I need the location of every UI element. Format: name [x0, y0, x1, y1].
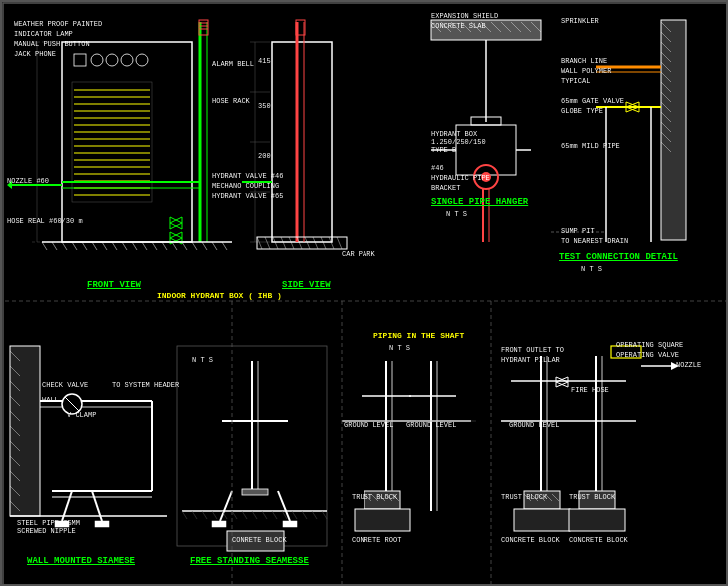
label-op-valve: OPERATING VALVE: [616, 351, 679, 359]
svg-line-48: [102, 242, 107, 250]
drawing-canvas: WEATHER PROOF PAINTED INDICATOR LAMP MAN…: [0, 0, 728, 586]
svg-line-80: [313, 237, 318, 249]
svg-rect-159: [242, 489, 268, 495]
label-ground-level-l: GROUND LEVEL: [344, 421, 393, 429]
label-sprinkler: SPRINKLER: [561, 17, 599, 25]
svg-rect-72: [257, 237, 347, 249]
label-car-park: CAR PARK: [342, 250, 375, 258]
label-type-b: TYPE B: [431, 146, 456, 154]
svg-line-50: [122, 242, 127, 250]
svg-line-165: [212, 511, 217, 519]
svg-line-51: [132, 242, 137, 250]
label-wall: WALL: [42, 396, 59, 404]
svg-line-60: [222, 242, 227, 250]
label-65mm: 65mm MILD PIPE: [561, 142, 620, 150]
label-concrete-block-mid: CONRETE BLOCK: [232, 536, 287, 544]
label-wall-polymer: WALL POLYMER: [561, 67, 611, 75]
svg-line-169: [252, 511, 257, 519]
title-free-siamese: FREE STANDING SEAMESSE: [190, 556, 309, 566]
label-nozzle-fhr: NOZZLE: [676, 361, 701, 369]
label-branch-line: BRANCH LINE: [561, 57, 607, 65]
svg-line-52: [142, 242, 147, 250]
svg-line-45: [72, 242, 77, 250]
dim-415: 415: [258, 57, 271, 65]
svg-marker-198: [556, 377, 568, 387]
svg-line-74: [265, 237, 270, 249]
label-hydraulic-pipe: HYDRAULIC PIPE: [431, 174, 490, 182]
svg-line-78: [297, 237, 302, 249]
svg-marker-199: [556, 377, 568, 387]
sub-nts-hanger: N T S: [446, 210, 467, 218]
svg-line-81: [321, 237, 326, 249]
svg-point-23: [136, 54, 148, 66]
title-ihb: INDOOR HYDRANT BOX ( IHB ): [157, 292, 282, 300]
label-fire-hose: FIRE HOSE: [571, 386, 609, 394]
label-check-valve-wall: CHECK VALVE: [42, 381, 88, 389]
svg-line-54: [162, 242, 167, 250]
label-hydrant-pillar: HYDRANT PILLAR: [501, 356, 560, 364]
svg-line-77: [289, 237, 294, 249]
svg-line-174: [302, 511, 307, 519]
svg-line-59: [212, 242, 217, 250]
svg-marker-38: [170, 217, 182, 229]
label-globe-type: GLOBE TYPE: [561, 107, 603, 115]
svg-line-162: [182, 511, 187, 519]
svg-rect-61: [272, 42, 332, 242]
svg-line-163: [192, 511, 197, 519]
svg-rect-157: [212, 521, 226, 527]
svg-rect-212: [569, 509, 625, 531]
title-side-view: SIDE VIEW: [282, 280, 331, 290]
svg-line-167: [232, 511, 237, 519]
label-gate-valve: 65mm GATE VALVE: [561, 97, 624, 105]
svg-line-156: [278, 491, 290, 521]
svg-rect-105: [661, 20, 686, 240]
svg-line-168: [242, 511, 247, 519]
svg-point-20: [91, 54, 103, 66]
svg-marker-37: [170, 217, 182, 229]
title-single-pipe-hanger: SINGLE PIPE HANGER: [431, 197, 528, 207]
svg-line-58: [202, 242, 207, 250]
svg-line-55: [172, 242, 177, 250]
sub-nts-piping: N T S: [389, 344, 410, 352]
label-to-nearest: TO NEAREST DRAIN: [561, 237, 628, 245]
svg-rect-158: [283, 521, 297, 527]
label-nts-free: N T S: [192, 356, 213, 364]
svg-line-76: [281, 237, 286, 249]
label-ground-level-fhr: GROUND LEVEL: [509, 421, 559, 429]
label-hydrant-valve: HYDRANT VALVE #46: [212, 172, 283, 180]
label-nozzle: NOZZLE #60: [7, 177, 49, 185]
label-hydrant-box: HYDRANT BOX: [431, 130, 477, 138]
svg-line-42: [42, 242, 47, 250]
label-alarm-bell: ALARM BELL: [212, 60, 254, 68]
svg-rect-210: [514, 509, 570, 531]
label-front-outlet: FRONT OUTLET TO: [501, 346, 564, 354]
label-trust-block-r: TRUST BLOCK: [501, 493, 547, 501]
svg-line-49: [112, 242, 117, 250]
label-siamese-pipe: STEEL PIPE 65MM: [17, 519, 80, 527]
label-weather-proof: WEATHER PROOF PAINTED: [14, 20, 102, 28]
label-typical: TYPICAL: [561, 77, 590, 85]
svg-rect-19: [74, 54, 86, 66]
label-hose-real: HOSE REAL #60/30 m: [7, 217, 83, 225]
svg-line-175: [312, 511, 317, 519]
label-op-square-valve: OPERATING SQUARE: [616, 341, 683, 349]
label-screwed: SCREWED NIPPLE: [17, 527, 76, 535]
label-to-sys-header: TO SYSTEM HEADER: [112, 381, 179, 389]
svg-line-79: [305, 237, 310, 249]
label-bracket: BRACKET: [431, 184, 460, 192]
svg-line-170: [262, 511, 267, 519]
svg-rect-149: [95, 521, 109, 527]
title-test-connection: TEST CONNECTION DETAIL: [559, 252, 678, 262]
label-ground-level-r: GROUND LEVEL: [406, 421, 456, 429]
label-sump-pit: SUMP PIT: [561, 227, 595, 235]
label-hydrant-box-type: 1.250/250/150: [431, 138, 486, 146]
label-v-clamp: V CLAMP: [67, 411, 96, 419]
svg-line-75: [273, 237, 278, 249]
svg-line-56: [182, 242, 187, 250]
label-concrete-block-r2: CONCRETE BLOCK: [569, 536, 628, 544]
svg-line-57: [192, 242, 197, 250]
svg-line-46: [82, 242, 87, 250]
label-hose-rack: HOSE RACK: [212, 97, 250, 105]
svg-line-73: [257, 237, 262, 249]
label-concrete-slab: CONCRETE SLAB: [431, 22, 486, 30]
